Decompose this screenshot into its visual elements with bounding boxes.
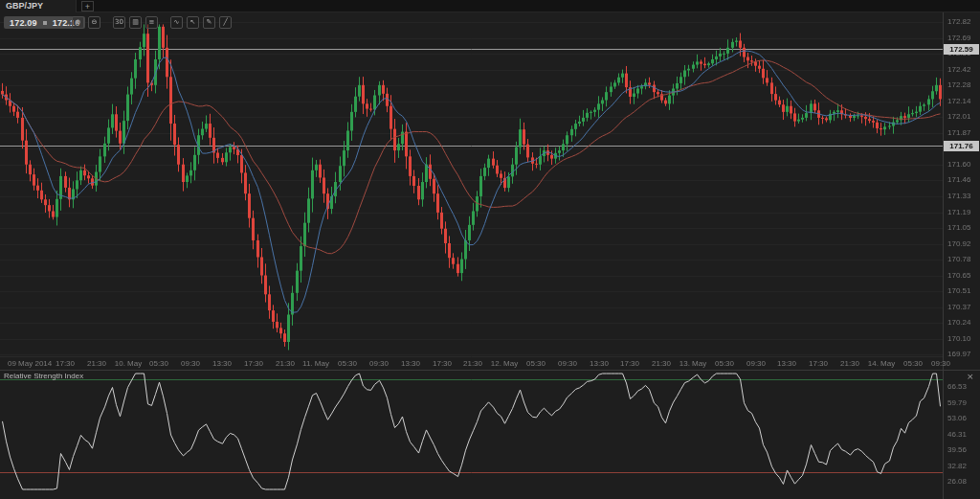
new-tab-button[interactable]: + <box>81 1 94 11</box>
rsi-axis-tick: 66.53 <box>947 382 967 392</box>
price-axis-tick: 169.97 <box>947 350 970 359</box>
price-axis-tick: 171.33 <box>947 192 970 201</box>
price-axis-tick: 171.87 <box>947 128 970 138</box>
zoom-in-icon[interactable]: ⊕ <box>72 16 84 29</box>
indicators-list-icon[interactable]: ≡ <box>145 16 158 29</box>
rsi-panel-title: Relative Strength Index <box>4 372 83 380</box>
price-axis-tick: 170.37 <box>947 303 970 312</box>
price-level-label: 171.76 <box>944 141 979 151</box>
rsi-axis-tick: 59.79 <box>947 398 967 408</box>
tab-bar: GBP/JPY + <box>0 0 980 12</box>
edit-chart-icon[interactable]: ✎ <box>203 16 215 29</box>
sell-price-button[interactable]: 172.09 <box>10 18 37 28</box>
rsi-axis-tick: 32.82 <box>947 462 967 471</box>
chart-toolbar: ⊕⊖30▥≡∿↖✎╱ <box>72 16 232 29</box>
zoom-out-icon[interactable]: ⊖ <box>88 16 100 29</box>
tab-gbpjpy[interactable]: GBP/JPY <box>0 0 77 12</box>
rsi-axis-tick: 26.08 <box>947 477 967 487</box>
price-axis-tick: 172.01 <box>947 112 970 122</box>
chart-type-candles-icon[interactable]: ▥ <box>129 16 142 29</box>
price-axis-tick: 170.78 <box>947 255 970 264</box>
rsi-axis-tick: 46.31 <box>947 430 967 440</box>
price-axis-tick: 170.24 <box>947 318 970 328</box>
cursor-tool-icon[interactable]: ↖ <box>187 16 199 29</box>
draw-line-icon[interactable]: ╱ <box>219 16 232 29</box>
price-axis-tick: 172.82 <box>947 17 970 27</box>
price-level-label: 172.59 <box>944 44 979 55</box>
price-axis-tick: 172.28 <box>947 80 970 90</box>
price-axis-tick: 171.60 <box>947 160 970 170</box>
price-axis-tick: 170.65 <box>947 271 970 281</box>
trading-app: GBP/JPY + 172.09 172.16 ⊕⊖30▥≡∿↖✎╱ 172.8… <box>0 0 980 499</box>
price-axis-tick: 172.42 <box>947 65 970 75</box>
price-axis-tick: 172.14 <box>947 97 970 106</box>
time-axis-label: 09:30 <box>920 359 962 368</box>
add-indicator-icon[interactable]: ∿ <box>170 16 183 29</box>
price-axis-tick: 171.05 <box>947 223 970 233</box>
quote-separator-handle <box>43 21 47 25</box>
timeframe-30-button[interactable]: 30 <box>113 16 125 29</box>
price-axis-tick: 171.19 <box>947 208 970 217</box>
price-axis-tick: 172.69 <box>947 34 970 43</box>
rsi-axis-tick: 53.06 <box>947 414 967 423</box>
price-axis-tick: 170.92 <box>947 239 970 249</box>
price-chart-canvas[interactable] <box>0 0 980 499</box>
price-axis-tick: 171.46 <box>947 175 970 185</box>
price-axis-tick: 170.51 <box>947 286 970 296</box>
rsi-close-icon[interactable]: × <box>967 373 974 381</box>
price-axis-tick: 170.10 <box>947 334 970 344</box>
rsi-axis-tick: 39.56 <box>947 445 967 455</box>
